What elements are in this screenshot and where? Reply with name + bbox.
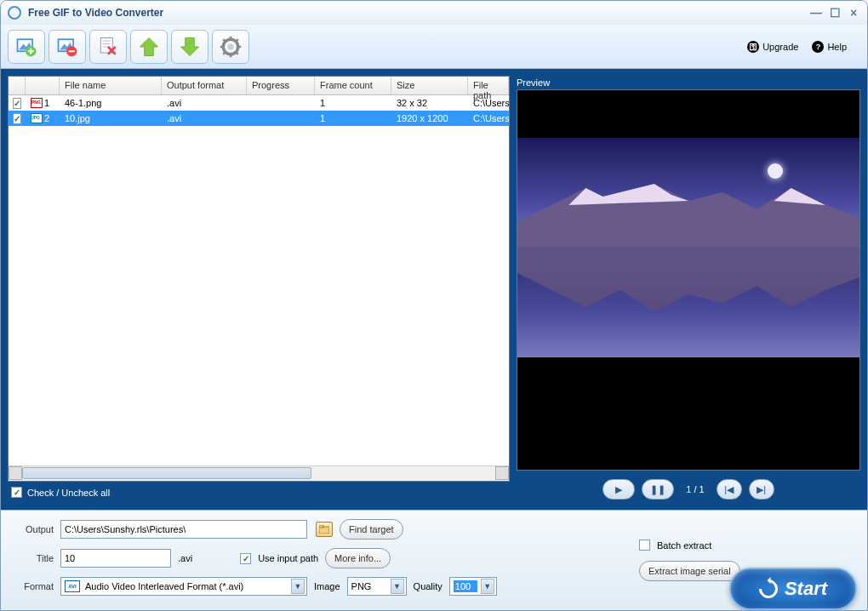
cell-size: 1920 x 1200 — [391, 111, 468, 125]
next-frame-button[interactable]: ▶| — [749, 479, 774, 500]
cell-filename: 10.jpg — [60, 111, 162, 125]
batch-extract-checkbox[interactable] — [639, 540, 650, 551]
more-info-button[interactable]: More info... — [325, 548, 391, 568]
moon-graphic — [768, 163, 783, 179]
key-icon: ⚿ — [747, 41, 759, 53]
svg-line-20 — [223, 52, 226, 54]
image-value: PNG — [351, 581, 387, 591]
reflection-graphic — [517, 248, 859, 357]
gear-icon — [219, 35, 243, 59]
list-body: 1 46-1.png .avi 1 32 x 32 C:\Users\S 2 1… — [9, 95, 509, 465]
minimize-button[interactable]: — — [809, 6, 823, 20]
help-link[interactable]: ? Help — [812, 41, 847, 53]
output-label: Output — [13, 524, 54, 534]
row-checkbox[interactable] — [13, 98, 21, 109]
cell-output: .avi — [162, 111, 247, 125]
cell-filename: 46-1.png — [60, 96, 162, 110]
cell-path: C:\Users\S — [468, 111, 509, 125]
col-filename[interactable]: File name — [60, 77, 162, 94]
col-outputformat[interactable]: Output format — [162, 77, 247, 94]
svg-marker-10 — [140, 37, 158, 55]
title-label: Title — [13, 553, 54, 563]
extract-serial-button[interactable]: Extract image serial — [639, 561, 740, 581]
add-image-icon — [14, 35, 38, 59]
arrow-down-icon — [178, 35, 202, 59]
col-size[interactable]: Size — [391, 77, 468, 94]
use-input-path-checkbox[interactable] — [240, 553, 251, 564]
png-icon — [31, 98, 43, 108]
row-index: 1 — [44, 98, 49, 108]
find-target-button[interactable]: Find target — [340, 519, 403, 540]
row-index: 2 — [44, 113, 49, 123]
cell-frames: 1 — [315, 96, 391, 110]
frame-counter: 1 / 1 — [681, 484, 709, 494]
left-panel: File name Output format Progress Frame c… — [8, 76, 510, 503]
start-button[interactable]: Start — [729, 568, 857, 610]
browse-folder-button[interactable] — [316, 522, 333, 537]
use-input-path-label: Use input path — [258, 553, 318, 563]
move-down-button[interactable] — [171, 30, 208, 64]
col-progress[interactable]: Progress — [247, 77, 315, 94]
toolbar: ⚿ Upgrade ? Help — [1, 25, 867, 69]
quality-value: 100 — [454, 580, 477, 592]
svg-marker-25 — [517, 248, 859, 311]
check-all-label: Check / Uncheck all — [27, 488, 110, 498]
cell-frames: 1 — [315, 111, 391, 125]
folder-icon — [319, 525, 329, 534]
help-icon: ? — [812, 41, 824, 53]
table-row[interactable]: 2 10.jpg .avi 1 1920 x 1200 C:\Users\S — [9, 111, 509, 126]
remove-file-button[interactable] — [49, 30, 86, 64]
settings-button[interactable] — [212, 30, 249, 64]
maximize-button[interactable]: ☐ — [828, 6, 842, 20]
play-button[interactable]: ▶ — [602, 479, 635, 500]
table-row[interactable]: 1 46-1.png .avi 1 32 x 32 C:\Users\S — [9, 95, 509, 111]
app-title: Free GIF to Video Converter — [28, 7, 809, 19]
scroll-left-button[interactable] — [9, 466, 22, 480]
close-button[interactable]: × — [847, 6, 860, 20]
svg-marker-22 — [517, 184, 859, 248]
scroll-thumb[interactable] — [22, 467, 311, 479]
row-checkbox[interactable] — [13, 113, 21, 124]
title-extension: .avi — [178, 553, 192, 563]
svg-line-18 — [223, 39, 226, 42]
format-dropdown[interactable]: AVI Audio Video Interleaved Format (*.av… — [60, 577, 307, 596]
reload-icon — [755, 575, 781, 602]
output-path-input[interactable] — [60, 520, 307, 539]
title-input[interactable] — [60, 549, 171, 568]
svg-rect-27 — [319, 525, 323, 528]
pause-button[interactable]: ❚❚ — [642, 479, 674, 500]
scroll-right-button[interactable] — [495, 466, 509, 480]
clear-list-button[interactable] — [89, 30, 127, 64]
image-dropdown[interactable]: PNG ▼ — [347, 577, 407, 596]
start-label: Start — [785, 578, 827, 600]
cell-progress — [247, 101, 315, 105]
cell-output: .avi — [162, 96, 247, 110]
right-panel: Preview ···· ▶ ❚❚ 1 / 1 |◀ ▶| — [517, 76, 860, 503]
svg-line-19 — [236, 52, 238, 54]
jpg-icon — [31, 113, 43, 123]
upgrade-label: Upgrade — [762, 42, 798, 52]
list-header: File name Output format Progress Frame c… — [9, 77, 509, 95]
col-filepath[interactable]: File path — [468, 77, 509, 94]
chevron-down-icon: ▼ — [391, 579, 404, 594]
move-up-button[interactable] — [130, 30, 168, 64]
app-window: Free GIF to Video Converter — ☐ × ⚿ Upgr… — [0, 0, 868, 611]
check-all-row: Check / Uncheck all — [8, 482, 510, 503]
chevron-down-icon: ▼ — [291, 579, 305, 594]
quality-dropdown[interactable]: 100 ▼ — [449, 577, 497, 596]
preview-label: Preview — [517, 76, 860, 89]
col-framecount[interactable]: Frame count — [315, 77, 391, 94]
svg-line-21 — [236, 39, 238, 42]
prev-frame-button[interactable]: |◀ — [717, 479, 742, 500]
file-list: File name Output format Progress Frame c… — [8, 76, 510, 482]
main-area: File name Output format Progress Frame c… — [1, 69, 867, 510]
add-file-button[interactable] — [8, 30, 45, 64]
format-label: Format — [13, 581, 54, 591]
upgrade-link[interactable]: ⚿ Upgrade — [747, 41, 798, 53]
cell-progress — [247, 117, 315, 120]
horizontal-scrollbar[interactable] — [9, 465, 509, 481]
arrow-up-icon — [137, 35, 161, 59]
footer-panel: Output Find target Title .avi Use input … — [1, 510, 867, 610]
check-all-checkbox[interactable] — [11, 487, 22, 498]
remove-image-icon — [55, 35, 79, 59]
